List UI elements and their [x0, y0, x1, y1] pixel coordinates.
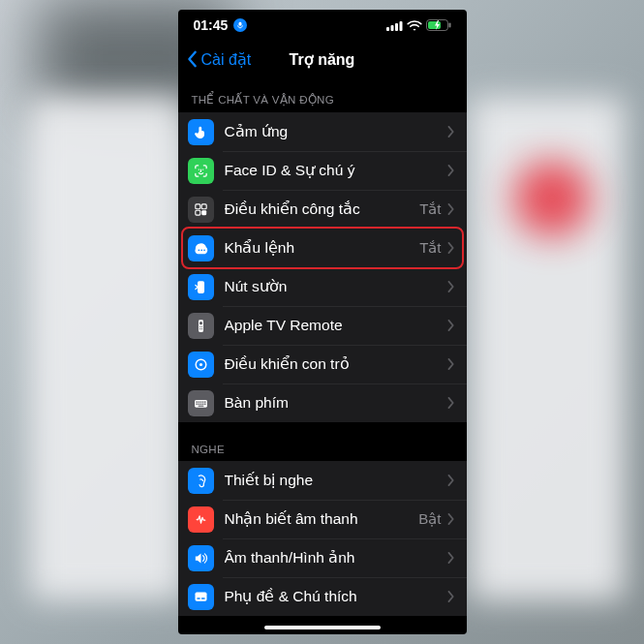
side-button-icon — [188, 274, 214, 300]
pointer-icon — [188, 352, 214, 378]
svg-rect-32 — [204, 401, 205, 402]
voice-control-icon — [188, 235, 214, 261]
svg-point-23 — [199, 328, 199, 329]
svg-rect-4 — [395, 23, 398, 31]
row-apple-tv-remote[interactable]: Apple TV Remote — [178, 306, 467, 345]
keyboard-icon — [188, 390, 214, 416]
svg-rect-3 — [390, 25, 393, 31]
section-header-hearing: NGHE — [178, 422, 467, 461]
row-touch[interactable]: Cảm ứng — [178, 112, 467, 151]
svg-rect-8 — [448, 23, 450, 28]
home-indicator[interactable] — [264, 626, 381, 630]
svg-rect-12 — [201, 203, 206, 208]
svg-rect-37 — [204, 403, 205, 404]
svg-rect-11 — [195, 203, 199, 208]
row-label: Điều khiển công tắc — [225, 200, 420, 218]
audio-visual-icon — [188, 545, 214, 571]
switch-control-icon — [188, 197, 214, 223]
chevron-right-icon — [447, 552, 455, 564]
svg-rect-38 — [198, 405, 203, 406]
row-sound-recognition[interactable]: Nhận biết âm thanh Bật — [178, 500, 467, 538]
row-label: Nhận biết âm thanh — [225, 510, 419, 528]
svg-rect-41 — [200, 598, 204, 598]
row-label: Cảm ứng — [225, 123, 447, 140]
section-header-physical: THỂ CHẤT VÀ VẬN ĐỘNG — [178, 77, 467, 112]
row-status: Tắt — [419, 200, 441, 218]
nav-bar: Cài đặt Trợ năng — [178, 41, 467, 77]
chevron-right-icon — [447, 591, 455, 602]
row-hearing-devices[interactable]: Thiết bị nghe — [178, 461, 467, 500]
svg-rect-30 — [199, 401, 200, 402]
row-status: Tắt — [419, 239, 441, 257]
svg-point-26 — [199, 362, 201, 365]
chevron-right-icon — [447, 513, 455, 525]
row-keyboards[interactable]: Bàn phím — [178, 383, 467, 422]
row-label: Điều khiển con trỏ — [225, 355, 447, 373]
svg-rect-13 — [195, 210, 199, 215]
group-physical: Cảm ứng Face ID & Sự chú ý Điều khiển cô… — [178, 112, 467, 422]
svg-point-20 — [199, 322, 201, 324]
row-pointer-control[interactable]: Điều khiển con trỏ — [178, 345, 467, 383]
row-label: Apple TV Remote — [225, 317, 447, 334]
row-subtitles[interactable]: Phụ đề & Chú thích — [178, 577, 467, 616]
row-label: Phụ đề & Chú thích — [225, 588, 447, 605]
battery-charging-icon — [426, 19, 451, 31]
chevron-left-icon — [186, 50, 199, 68]
row-status: Bật — [418, 510, 441, 528]
row-label: Face ID & Sự chú ý — [225, 162, 447, 179]
row-audio-visual[interactable]: Âm thanh/Hình ảnh — [178, 538, 467, 577]
sound-recognition-icon — [188, 506, 214, 533]
status-left: 01:45 — [194, 17, 248, 33]
chevron-right-icon — [447, 397, 455, 409]
settings-scroll[interactable]: THỂ CHẤT VÀ VẬN ĐỘNG Cảm ứng Face ID & S… — [178, 77, 467, 634]
row-label: Thiết bị nghe — [225, 472, 447, 489]
svg-rect-36 — [201, 403, 202, 404]
svg-rect-28 — [196, 401, 197, 402]
row-label: Âm thanh/Hình ảnh — [225, 549, 447, 567]
chevron-right-icon — [447, 320, 455, 331]
svg-rect-18 — [197, 281, 203, 293]
cellular-icon — [386, 20, 403, 31]
back-label: Cài đặt — [201, 50, 252, 69]
chevron-right-icon — [447, 281, 455, 292]
mic-indicator-icon — [233, 18, 247, 32]
touch-icon — [188, 119, 214, 145]
chevron-right-icon — [447, 165, 455, 176]
chevron-right-icon — [447, 358, 455, 370]
row-side-button[interactable]: Nút sườn — [178, 267, 467, 306]
chevron-right-icon — [447, 126, 455, 138]
row-voice-control[interactable]: Khẩu lệnh Tắt — [178, 229, 467, 267]
appletv-remote-icon — [188, 313, 214, 339]
subtitles-icon — [188, 584, 214, 610]
svg-rect-2 — [386, 27, 389, 31]
chevron-right-icon — [447, 475, 455, 486]
svg-point-21 — [199, 325, 199, 326]
svg-point-17 — [203, 249, 205, 251]
wifi-icon — [407, 20, 422, 31]
svg-rect-14 — [201, 210, 206, 215]
row-switch-control[interactable]: Điều khiển công tắc Tắt — [178, 190, 467, 229]
svg-point-22 — [200, 325, 201, 326]
svg-rect-31 — [201, 401, 202, 402]
svg-rect-40 — [197, 598, 200, 598]
row-label: Nút sườn — [225, 278, 447, 295]
faceid-icon — [188, 158, 214, 184]
row-label: Bàn phím — [225, 394, 447, 412]
svg-point-9 — [198, 169, 199, 169]
svg-point-15 — [198, 249, 199, 251]
svg-rect-34 — [198, 403, 199, 404]
ear-icon — [188, 468, 214, 494]
chevron-right-icon — [447, 203, 455, 215]
svg-rect-0 — [239, 22, 242, 26]
svg-rect-39 — [195, 592, 206, 600]
svg-point-24 — [200, 328, 201, 329]
row-faceid[interactable]: Face ID & Sự chú ý — [178, 151, 467, 190]
status-bar: 01:45 — [178, 10, 467, 41]
svg-rect-5 — [399, 21, 402, 31]
svg-rect-29 — [198, 401, 199, 402]
status-time: 01:45 — [194, 17, 229, 33]
svg-point-16 — [200, 249, 202, 251]
back-button[interactable]: Cài đặt — [186, 50, 252, 69]
svg-point-10 — [201, 169, 202, 169]
svg-rect-19 — [199, 320, 203, 332]
